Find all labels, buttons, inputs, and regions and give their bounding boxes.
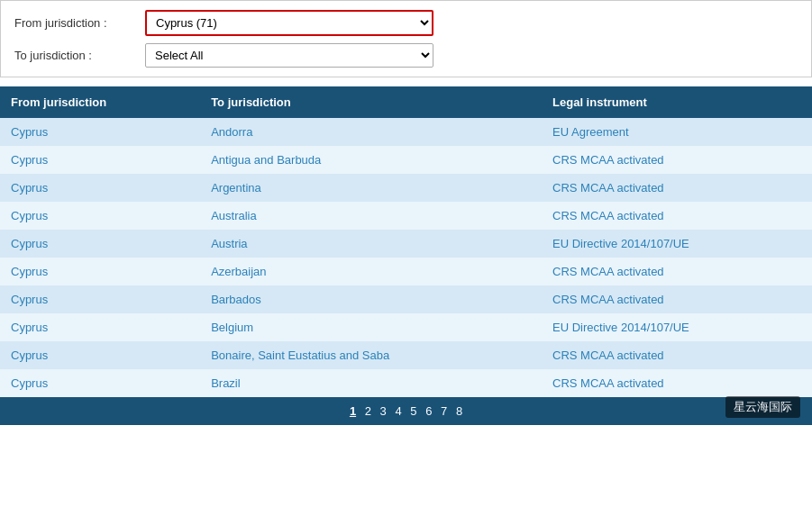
watermark-badge: 星云海国际 <box>725 396 800 418</box>
cell-instrument: CRS MCAA activated <box>542 341 812 369</box>
table-container: From jurisdiction To jurisdiction Legal … <box>0 86 812 397</box>
table-row: CyprusAustriaEU Directive 2014/107/UE <box>0 230 812 258</box>
pagination-page-2[interactable]: 2 <box>365 404 371 418</box>
cell-instrument: CRS MCAA activated <box>542 146 812 174</box>
page-wrapper: From jurisdiction : Cyprus (71)AlbaniaAn… <box>0 0 812 425</box>
col-to-jurisdiction: To jurisdiction <box>200 86 542 118</box>
cell-to[interactable]: Austria <box>200 230 542 258</box>
cell-to[interactable]: Bonaire, Saint Eustatius and Saba <box>200 341 542 369</box>
cell-from[interactable]: Cyprus <box>0 230 200 258</box>
cell-instrument: EU Directive 2014/107/UE <box>542 313 812 341</box>
cell-from[interactable]: Cyprus <box>0 118 200 146</box>
cell-instrument: EU Agreement <box>542 118 812 146</box>
cell-from[interactable]: Cyprus <box>0 369 200 397</box>
from-jurisdiction-select[interactable]: Cyprus (71)AlbaniaAndorraAustraliaAustri… <box>145 10 433 36</box>
table-row: CyprusBarbadosCRS MCAA activated <box>0 285 812 313</box>
cell-from[interactable]: Cyprus <box>0 258 200 285</box>
cell-instrument: CRS MCAA activated <box>542 202 812 230</box>
to-jurisdiction-row: To jurisdiction : Select AllAndorraAntig… <box>14 43 798 68</box>
from-jurisdiction-row: From jurisdiction : Cyprus (71)AlbaniaAn… <box>14 10 798 36</box>
cell-to[interactable]: Argentina <box>200 174 542 202</box>
table-row: CyprusBrazilCRS MCAA activated <box>0 369 812 397</box>
cell-instrument: CRS MCAA activated <box>542 174 812 202</box>
cell-from[interactable]: Cyprus <box>0 174 200 202</box>
pagination-page-3[interactable]: 3 <box>380 404 387 418</box>
col-from-jurisdiction: From jurisdiction <box>0 86 200 118</box>
pagination-page-5[interactable]: 5 <box>410 404 416 418</box>
pagination-page-8[interactable]: 8 <box>456 404 462 418</box>
cell-to[interactable]: Belgium <box>200 313 542 341</box>
pagination-page-4[interactable]: 4 <box>395 404 401 418</box>
cell-instrument: CRS MCAA activated <box>542 285 812 313</box>
table-row: CyprusAndorraEU Agreement <box>0 118 812 146</box>
cell-to[interactable]: Brazil <box>200 369 542 397</box>
pagination-links: 1 2 3 4 5 6 7 8 <box>347 404 465 418</box>
cell-instrument: CRS MCAA activated <box>542 369 812 397</box>
cell-to[interactable]: Azerbaijan <box>200 258 542 285</box>
table-row: CyprusArgentinaCRS MCAA activated <box>0 174 812 202</box>
table-row: CyprusBonaire, Saint Eustatius and SabaC… <box>0 341 812 369</box>
to-jurisdiction-select[interactable]: Select AllAndorraAntigua and BarbudaArge… <box>145 43 433 68</box>
cell-from[interactable]: Cyprus <box>0 146 200 174</box>
table-row: CyprusAustraliaCRS MCAA activated <box>0 202 812 230</box>
pagination-bar: 1 2 3 4 5 6 7 8 星云海国际 <box>0 397 812 425</box>
table-row: CyprusAntigua and BarbudaCRS MCAA activa… <box>0 146 812 174</box>
from-jurisdiction-label: From jurisdiction : <box>14 16 145 30</box>
table-header-row: From jurisdiction To jurisdiction Legal … <box>0 86 812 118</box>
cell-from[interactable]: Cyprus <box>0 313 200 341</box>
cell-instrument: CRS MCAA activated <box>542 258 812 285</box>
table-row: CyprusAzerbaijanCRS MCAA activated <box>0 258 812 285</box>
cell-to[interactable]: Barbados <box>200 285 542 313</box>
pagination-page-6[interactable]: 6 <box>425 404 432 418</box>
filter-section: From jurisdiction : Cyprus (71)AlbaniaAn… <box>0 0 812 77</box>
cell-instrument: EU Directive 2014/107/UE <box>542 230 812 258</box>
table-row: CyprusBelgiumEU Directive 2014/107/UE <box>0 313 812 341</box>
cell-to[interactable]: Australia <box>200 202 542 230</box>
table-body: CyprusAndorraEU AgreementCyprusAntigua a… <box>0 118 812 397</box>
to-jurisdiction-label: To jurisdiction : <box>14 49 145 62</box>
cell-from[interactable]: Cyprus <box>0 285 200 313</box>
cell-to[interactable]: Andorra <box>200 118 542 146</box>
pagination-page-7[interactable]: 7 <box>441 404 447 418</box>
cell-from[interactable]: Cyprus <box>0 202 200 230</box>
cell-to[interactable]: Antigua and Barbuda <box>200 146 542 174</box>
cell-from[interactable]: Cyprus <box>0 341 200 369</box>
pagination-page-1[interactable]: 1 <box>350 404 356 418</box>
col-legal-instrument: Legal instrument <box>542 86 812 118</box>
results-table: From jurisdiction To jurisdiction Legal … <box>0 86 812 397</box>
